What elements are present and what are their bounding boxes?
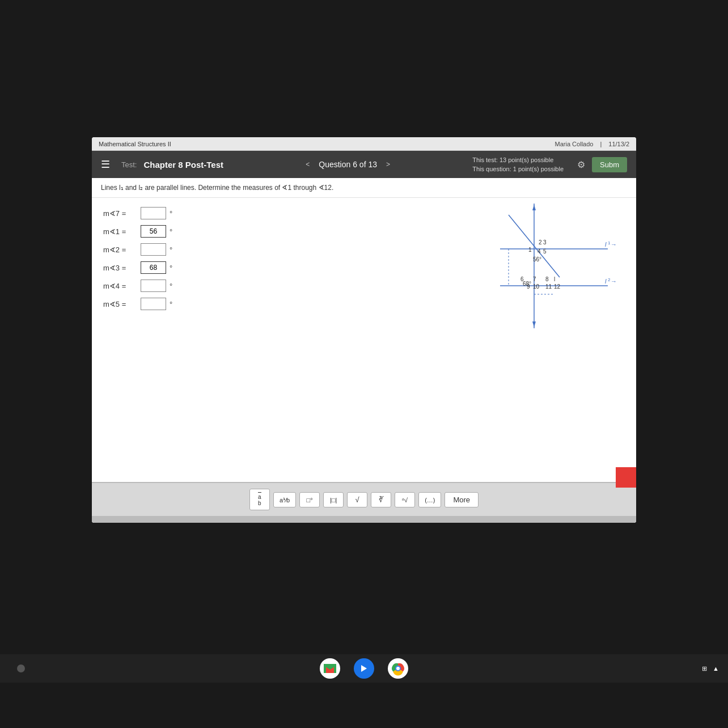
red-button[interactable] [616, 467, 636, 488]
angle-row-3: m∢3 = ° [103, 261, 443, 274]
geometry-diagram: l 1 → l 2 → 2 3 1 4 [472, 204, 619, 328]
angle-1-deg: ° [170, 227, 172, 236]
svg-marker-25 [532, 205, 536, 210]
cbrt-button[interactable]: ∛ [371, 492, 391, 507]
title-bar-right: Maria Collado | 11/13/2 [555, 141, 629, 147]
left-panel: m∢7 = ° m∢1 = ° m∢2 = ° m∢3 = [92, 198, 455, 482]
next-arrow[interactable]: > [386, 160, 390, 168]
sqrt-button[interactable]: √ [347, 492, 367, 507]
gear-icon[interactable]: ⚙ [577, 159, 585, 170]
question-nav: < Question 6 of 13 > [230, 160, 465, 169]
nth-root-button[interactable]: ⁿ√ [395, 492, 415, 507]
angle-7-deg: ° [170, 209, 172, 218]
angle-row-5: m∢5 = ° [103, 298, 443, 310]
question-label: Question 6 of 13 [319, 160, 377, 169]
test-info-2: This question: 1 point(s) possible [472, 164, 564, 174]
svg-marker-29 [361, 665, 367, 672]
svg-text:1: 1 [528, 247, 532, 253]
nav-bar: ☰ Test: Chapter 8 Post-Test < Question 6… [92, 151, 636, 178]
more-button[interactable]: More [445, 492, 479, 507]
question-header: Lines l₁ and l₂ are parallel lines. Dete… [92, 178, 636, 198]
angle-3-deg: ° [170, 264, 172, 272]
angle-7-input[interactable] [141, 207, 166, 219]
play-icon[interactable] [354, 658, 374, 679]
taskbar-icon-2: ▲ [713, 665, 719, 672]
svg-text:68°: 68° [523, 281, 531, 287]
main-content: Lines l₁ and l₂ are parallel lines. Dete… [92, 178, 636, 523]
prev-arrow[interactable]: < [306, 160, 310, 168]
svg-text:10: 10 [533, 283, 540, 290]
angle-5-input[interactable] [141, 298, 166, 310]
svg-text:3: 3 [543, 239, 547, 246]
status-dot [17, 664, 25, 672]
angle-1-label: m∢1 = [103, 227, 137, 236]
test-label: Test: [121, 160, 137, 169]
angle-row-2: m∢2 = ° [103, 243, 443, 256]
laptop-screen: Mathematical Structures II Maria Collado… [92, 137, 636, 523]
submit-button[interactable]: Subm [592, 157, 627, 172]
more-label: More [453, 496, 470, 504]
svg-point-32 [396, 667, 400, 670]
bottom-toolbar: ab a⅟b □° |□| √ ∛ ⁿ√ (…) [92, 482, 636, 516]
svg-text:12: 12 [554, 283, 561, 290]
taskbar-right: ⊞ ▲ [702, 665, 719, 672]
svg-marker-26 [532, 321, 536, 327]
separator: | [600, 141, 602, 147]
parentheses-button[interactable]: (…) [418, 492, 441, 507]
svg-text:5: 5 [543, 248, 547, 255]
svg-text:l: l [554, 276, 555, 282]
right-panel: l 1 → l 2 → 2 3 1 4 [455, 198, 636, 482]
bottom-band [92, 516, 636, 523]
taskbar: ⊞ ▲ [0, 654, 728, 683]
question-description: Lines l₁ and l₂ are parallel lines. Dete… [101, 184, 333, 192]
title-bar: Mathematical Structures II Maria Collado… [92, 137, 636, 151]
user-name: Maria Collado [555, 141, 594, 147]
svg-text:2: 2 [539, 239, 542, 246]
test-name: Chapter 8 Post-Test [143, 160, 223, 170]
test-info: This test: 13 point(s) possible This que… [472, 155, 564, 174]
angle-2-deg: ° [170, 246, 172, 254]
taskbar-icon-1: ⊞ [702, 665, 707, 672]
angle-4-input[interactable] [141, 280, 166, 292]
chrome-icon[interactable] [388, 658, 408, 679]
angle-2-label: m∢2 = [103, 246, 137, 254]
fraction-button[interactable]: ab [249, 489, 270, 510]
date: 11/13/2 [608, 141, 629, 147]
angle-3-input[interactable] [141, 261, 166, 274]
hamburger-icon[interactable]: ☰ [101, 158, 110, 171]
svg-text:→: → [611, 241, 617, 248]
question-body: m∢7 = ° m∢1 = ° m∢2 = ° m∢3 = [92, 198, 636, 482]
angle-row-7: m∢7 = ° [103, 207, 443, 219]
angle-4-deg: ° [170, 282, 172, 290]
svg-text:l: l [605, 241, 607, 248]
angle-1-input[interactable] [141, 225, 166, 238]
gmail-icon[interactable] [320, 658, 340, 679]
svg-text:11: 11 [545, 283, 552, 290]
angle-2-input[interactable] [141, 243, 166, 256]
absolute-value-button[interactable]: |□| [323, 492, 344, 507]
svg-text:8: 8 [545, 276, 549, 282]
angle-5-label: m∢5 = [103, 300, 137, 308]
svg-text:7: 7 [533, 276, 536, 282]
svg-text:56°: 56° [533, 256, 541, 263]
svg-text:l: l [605, 278, 607, 285]
angle-row-1: m∢1 = ° [103, 225, 443, 238]
svg-text:4: 4 [537, 248, 541, 255]
app-title: Mathematical Structures II [99, 141, 171, 147]
mixed-number-button[interactable]: a⅟b [273, 492, 296, 507]
angle-4-label: m∢4 = [103, 282, 137, 290]
angle-7-label: m∢7 = [103, 209, 137, 218]
angle-5-deg: ° [170, 300, 172, 308]
angle-3-label: m∢3 = [103, 264, 137, 272]
superscript-button[interactable]: □° [299, 492, 320, 507]
test-info-1: This test: 13 point(s) possible [472, 155, 564, 165]
svg-text:→: → [611, 278, 617, 285]
angle-row-4: m∢4 = ° [103, 280, 443, 292]
